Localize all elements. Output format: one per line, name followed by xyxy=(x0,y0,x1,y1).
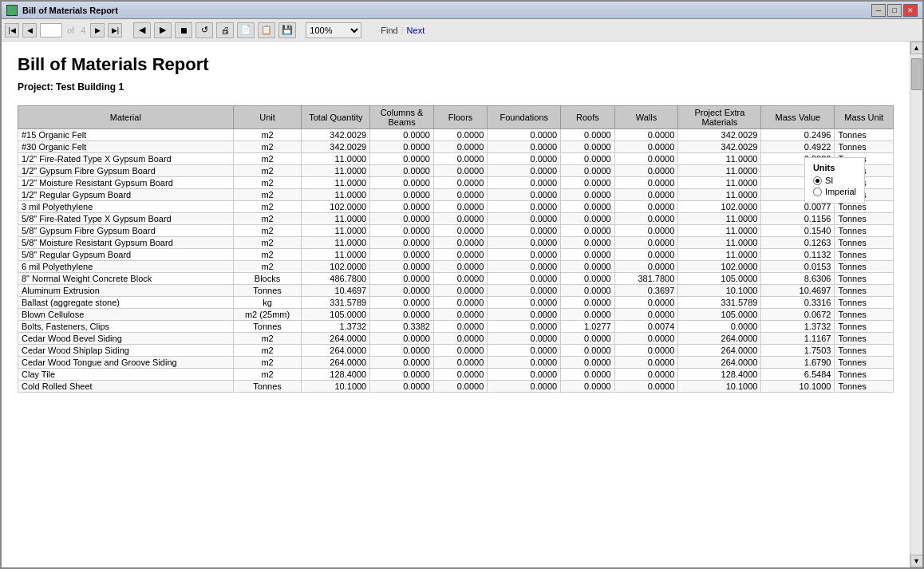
cell-walls: 0.0000 xyxy=(614,249,678,261)
cell-mass-unit: Tonnes xyxy=(835,237,894,249)
cell-qty: 11.0000 xyxy=(302,189,370,201)
cell-material: 5/8" Gypsum Fibre Gypsum Board xyxy=(18,225,234,237)
cell-qty: 102.0000 xyxy=(302,201,370,213)
cell-pem: 102.0000 xyxy=(678,201,761,213)
materials-table: Material Unit Total Quantity Columns & B… xyxy=(18,105,894,393)
close-button[interactable]: ✕ xyxy=(903,4,918,17)
cell-cb: 0.0000 xyxy=(370,141,434,153)
print-options-button[interactable]: 📄 xyxy=(237,22,255,38)
cell-walls: 0.0000 xyxy=(614,237,678,249)
first-page-button[interactable]: |◀ xyxy=(5,23,19,38)
page-setup-button[interactable]: 📋 xyxy=(258,22,275,38)
maximize-button[interactable]: □ xyxy=(887,4,902,17)
cell-unit: m2 xyxy=(233,177,302,189)
cell-mass-unit: Tonnes xyxy=(835,141,894,153)
header-unit: Unit xyxy=(233,106,302,129)
cell-pem: 11.0000 xyxy=(678,165,761,177)
cell-unit: kg xyxy=(233,297,302,309)
table-row: Cold Rolled Sheet Tonnes 10.1000 0.0000 … xyxy=(18,381,894,393)
cell-unit: m2 xyxy=(233,153,302,165)
cell-roofs: 0.0000 xyxy=(561,177,614,189)
cell-pem: 264.0000 xyxy=(678,357,761,369)
table-row: 1/2" Gypsum Fibre Gypsum Board m2 11.000… xyxy=(18,165,894,177)
cell-floors: 0.0000 xyxy=(433,237,487,249)
page-of-label: of xyxy=(65,26,76,35)
cell-material: 1/2" Regular Gypsum Board xyxy=(18,189,234,201)
zoom-select[interactable]: 100% xyxy=(306,22,361,38)
cell-foundations: 0.0000 xyxy=(488,237,561,249)
cell-cb: 0.0000 xyxy=(370,237,434,249)
imperial-radio-row[interactable]: Imperial xyxy=(813,187,856,196)
cell-roofs: 0.0000 xyxy=(561,165,614,177)
si-radio-row[interactable]: SI xyxy=(813,176,856,185)
cell-unit: m2 xyxy=(233,213,302,225)
cell-mass-unit: Tonnes xyxy=(835,369,894,381)
back-button[interactable]: ◀ xyxy=(133,22,151,38)
table-row: 1/2" Fire-Rated Type X Gypsum Board m2 1… xyxy=(18,153,894,165)
cell-qty: 10.4697 xyxy=(302,285,370,297)
next-label[interactable]: Next xyxy=(407,26,425,35)
cell-pem: 11.0000 xyxy=(678,153,761,165)
cell-material: 1/2" Fire-Rated Type X Gypsum Board xyxy=(18,153,234,165)
table-row: Cedar Wood Shiplap Siding m2 264.0000 0.… xyxy=(18,345,894,357)
cell-mass-unit: Tonnes xyxy=(835,309,894,321)
cell-pem: 10.1000 xyxy=(678,381,761,393)
imperial-radio[interactable] xyxy=(813,188,822,196)
cell-floors: 0.0000 xyxy=(433,201,487,213)
next-page-button[interactable]: ▶ xyxy=(90,23,105,38)
cell-foundations: 0.0000 xyxy=(488,201,561,213)
header-floors: Floors xyxy=(433,106,487,129)
cell-mass-unit: Tonnes xyxy=(835,321,894,333)
cell-walls: 0.0000 xyxy=(614,261,678,273)
cell-floors: 0.0000 xyxy=(433,273,487,285)
minimize-button[interactable]: ─ xyxy=(871,4,886,17)
scroll-up-button[interactable]: ▲ xyxy=(910,41,923,54)
imperial-label: Imperial xyxy=(825,187,856,196)
scroll-down-button[interactable]: ▼ xyxy=(910,555,923,567)
cell-roofs: 0.0000 xyxy=(561,357,614,369)
table-row: Bolts, Fasteners, Clips Tonnes 1.3732 0.… xyxy=(18,321,894,333)
cell-walls: 0.0000 xyxy=(614,345,678,357)
cell-floors: 0.0000 xyxy=(433,357,487,369)
si-label: SI xyxy=(825,176,833,185)
cell-walls: 0.0000 xyxy=(614,225,678,237)
si-radio[interactable] xyxy=(813,176,822,185)
vertical-scrollbar: ▲ ▼ xyxy=(910,41,922,567)
table-header: Material Unit Total Quantity Columns & B… xyxy=(18,106,894,129)
print-button[interactable]: 🖨 xyxy=(216,22,234,38)
cell-unit: m2 xyxy=(233,225,302,237)
cell-unit: m2 xyxy=(233,333,302,345)
cell-floors: 0.0000 xyxy=(433,381,487,393)
table-row: Ballast (aggregate stone) kg 331.5789 0.… xyxy=(18,297,894,309)
cell-roofs: 0.0000 xyxy=(561,213,614,225)
page-number-input[interactable]: 1 xyxy=(40,23,62,38)
cell-pem: 105.0000 xyxy=(678,273,761,285)
forward-button[interactable]: ▶ xyxy=(154,22,172,38)
cell-roofs: 0.0000 xyxy=(561,273,614,285)
prev-page-button[interactable]: ◀ xyxy=(22,23,37,38)
cell-qty: 342.0029 xyxy=(302,129,370,141)
export-button[interactable]: 💾 xyxy=(278,22,296,38)
cell-foundations: 0.0000 xyxy=(488,285,561,297)
cell-foundations: 0.0000 xyxy=(488,309,561,321)
cell-mass-unit: Tonnes xyxy=(835,297,894,309)
cell-foundations: 0.0000 xyxy=(488,141,561,153)
cell-pem: 264.0000 xyxy=(678,333,761,345)
cell-unit: m2 xyxy=(233,165,302,177)
cell-mass-value: 0.0672 xyxy=(761,309,835,321)
cell-walls: 0.0000 xyxy=(614,369,678,381)
last-page-button[interactable]: ▶| xyxy=(108,23,122,38)
cell-unit: m2 xyxy=(233,189,302,201)
scroll-track[interactable] xyxy=(910,54,922,555)
cell-unit: Blocks xyxy=(233,273,302,285)
refresh-button[interactable]: ↺ xyxy=(195,22,213,38)
cell-floors: 0.0000 xyxy=(433,189,487,201)
cell-cb: 0.0000 xyxy=(370,165,434,177)
cell-foundations: 0.0000 xyxy=(488,213,561,225)
cell-mass-value: 1.1167 xyxy=(761,333,835,345)
cell-pem: 264.0000 xyxy=(678,345,761,357)
cell-floors: 0.0000 xyxy=(433,345,487,357)
scroll-thumb[interactable] xyxy=(911,58,922,90)
cell-material: 5/8" Moisture Resistant Gypsum Board xyxy=(18,237,234,249)
stop-button[interactable]: ⏹ xyxy=(175,22,192,38)
